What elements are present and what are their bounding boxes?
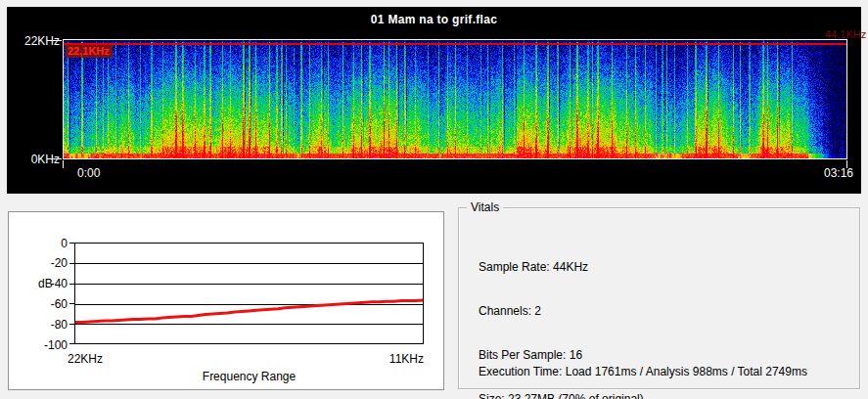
- ytick-100: -100: [28, 338, 68, 352]
- y-axis-title: dB: [38, 277, 53, 290]
- ytick-80: -80: [28, 318, 68, 332]
- x-axis-end-label: 11KHz: [366, 352, 424, 366]
- x-axis-start-label: 22KHz: [68, 352, 103, 366]
- vitals-sample-rate: Sample Rate: 44KHz: [479, 260, 736, 275]
- frequency-cutoff-label: 22,1KHz: [66, 45, 113, 58]
- spectrogram-ylabel-top: 22KHz: [15, 34, 60, 48]
- x-axis-title: Frequency Range: [74, 370, 424, 383]
- ytick-20: -20: [28, 256, 68, 270]
- vitals-title: Vitals: [467, 200, 503, 214]
- ytick-0: 0: [28, 237, 68, 250]
- spectrogram-xtick-start: [63, 160, 64, 168]
- execution-time: Execution Time: Load 1761ms / Analysis 9…: [479, 365, 807, 378]
- spectrogram-ytick-bottom: [53, 158, 62, 159]
- spectrogram-plot: 22,1KHz: [63, 39, 847, 159]
- frequency-range-chart-panel: 0 -20 -40 -60 -80 -100 dB 22KHz 11KHz Fr…: [8, 211, 444, 390]
- vitals-size: Size: 23,27MB (70% of original): [479, 392, 736, 399]
- samplerate-label: 44,1KHz: [825, 28, 866, 40]
- vitals-bits: Bits Per Sample: 16: [479, 348, 736, 363]
- spectrogram-panel: 01 Mam na to grif.flac 22KHz 0KHz 22,1KH…: [7, 7, 861, 194]
- frequency-cutoff-line: [64, 43, 846, 45]
- vitals-groupbox: Vitals Sample Rate: 44KHz Channels: 2 Bi…: [458, 207, 860, 389]
- spectrogram-image: [64, 40, 846, 158]
- vitals-channels: Channels: 2: [479, 304, 736, 319]
- chart-plot-area: [74, 243, 424, 344]
- spectrogram-ylabel-bottom: 0KHz: [15, 153, 60, 166]
- frequency-response-line: [75, 244, 423, 343]
- spectrogram-ytick-top: [53, 40, 62, 41]
- spectrogram-time-start: 0:00: [77, 166, 100, 180]
- track-title: 01 Mam na to grif.flac: [7, 13, 861, 26]
- ytick-60: -60: [28, 297, 68, 311]
- spectrogram-time-end: 03:16: [795, 166, 853, 180]
